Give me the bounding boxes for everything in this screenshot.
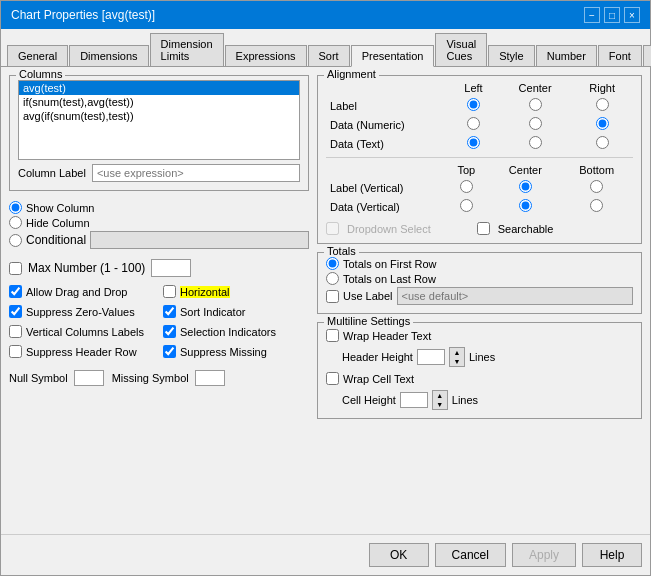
label-row-label: Label bbox=[326, 96, 448, 115]
tab-visual-cues[interactable]: Visual Cues bbox=[435, 33, 487, 66]
max-number-input[interactable]: 10 bbox=[151, 259, 191, 277]
label-left-radio[interactable] bbox=[467, 98, 480, 111]
data-v-center-radio[interactable] bbox=[519, 199, 532, 212]
text-right-radio[interactable] bbox=[596, 136, 609, 149]
text-center-radio[interactable] bbox=[529, 136, 542, 149]
dropdown-select-checkbox[interactable] bbox=[326, 222, 339, 235]
tab-style[interactable]: Style bbox=[488, 45, 534, 66]
header-height-down[interactable]: ▼ bbox=[450, 357, 464, 366]
vertical-columns-checkbox[interactable] bbox=[9, 325, 22, 338]
suppress-zero-checkbox[interactable] bbox=[9, 305, 22, 318]
cell-height-label: Cell Height bbox=[342, 394, 396, 406]
use-label-checkbox[interactable] bbox=[326, 290, 339, 303]
suppress-header-checkbox[interactable] bbox=[9, 345, 22, 358]
null-symbol-input[interactable]: - bbox=[74, 370, 104, 386]
column-label-row: Column Label bbox=[18, 164, 300, 182]
symbol-row: Null Symbol - Missing Symbol - bbox=[9, 366, 309, 386]
cell-height-spinner: ▲ ▼ bbox=[432, 390, 448, 410]
numeric-left-radio[interactable] bbox=[467, 117, 480, 130]
show-column-radio[interactable] bbox=[9, 201, 22, 214]
totals-group-label: Totals bbox=[324, 245, 359, 257]
totals-last-radio[interactable] bbox=[326, 272, 339, 285]
label-v-bottom-radio[interactable] bbox=[590, 180, 603, 193]
totals-first-radio[interactable] bbox=[326, 257, 339, 270]
allow-drag-drop-row: Allow Drag and Drop bbox=[9, 285, 155, 298]
multiline-group: Multiline Settings Wrap Header Text Head… bbox=[317, 322, 642, 419]
ok-button[interactable]: OK bbox=[369, 543, 429, 567]
tab-la[interactable]: La... bbox=[643, 45, 651, 66]
text-left-cell bbox=[448, 134, 499, 153]
header-height-input[interactable]: 2 bbox=[417, 349, 445, 365]
searchable-checkbox[interactable] bbox=[477, 222, 490, 235]
columns-list[interactable]: avg(test) if(snum(test),avg(test)) avg(i… bbox=[18, 80, 300, 160]
allow-drag-drop-checkbox[interactable] bbox=[9, 285, 22, 298]
conditional-radio[interactable] bbox=[9, 234, 22, 247]
cell-height-down[interactable]: ▼ bbox=[433, 400, 447, 409]
label-v-center-radio[interactable] bbox=[519, 180, 532, 193]
tab-general[interactable]: General bbox=[7, 45, 68, 66]
data-v-top-radio[interactable] bbox=[460, 199, 473, 212]
data-numeric-row-label: Data (Numeric) bbox=[326, 115, 448, 134]
cell-height-input[interactable]: 2 bbox=[400, 392, 428, 408]
selection-indicators-row: Selection Indicators bbox=[163, 325, 309, 338]
text-center-cell bbox=[499, 134, 571, 153]
tab-expressions[interactable]: Expressions bbox=[225, 45, 307, 66]
hide-column-radio[interactable] bbox=[9, 216, 22, 229]
max-number-row: Max Number (1 - 100) 10 bbox=[9, 259, 309, 277]
divider bbox=[326, 157, 633, 158]
label-right-radio[interactable] bbox=[596, 98, 609, 111]
label-left-cell bbox=[448, 96, 499, 115]
tab-font[interactable]: Font bbox=[598, 45, 642, 66]
align-left-header: Left bbox=[448, 80, 499, 96]
max-number-checkbox[interactable] bbox=[9, 262, 22, 275]
tab-presentation[interactable]: Presentation bbox=[351, 45, 435, 67]
cell-height-lines: Lines bbox=[452, 394, 478, 406]
apply-button[interactable]: Apply bbox=[512, 543, 576, 567]
label-vertical-row-label: Label (Vertical) bbox=[326, 178, 442, 197]
tab-sort[interactable]: Sort bbox=[308, 45, 350, 66]
header-height-up[interactable]: ▲ bbox=[450, 348, 464, 357]
missing-symbol-section: Missing Symbol - bbox=[112, 370, 225, 386]
use-label-input[interactable] bbox=[397, 287, 633, 305]
maximize-button[interactable]: □ bbox=[604, 7, 620, 23]
cell-height-up[interactable]: ▲ bbox=[433, 391, 447, 400]
wrap-header-checkbox[interactable] bbox=[326, 329, 339, 342]
label-v-top-radio[interactable] bbox=[460, 180, 473, 193]
numeric-center-radio[interactable] bbox=[529, 117, 542, 130]
sort-indicator-checkbox[interactable] bbox=[163, 305, 176, 318]
numeric-right-cell bbox=[571, 115, 633, 134]
alignment-vertical-table: Top Center Bottom Label (Vertical) bbox=[326, 162, 633, 216]
label-center-radio[interactable] bbox=[529, 98, 542, 111]
align-empty-header bbox=[326, 80, 448, 96]
close-button[interactable]: × bbox=[624, 7, 640, 23]
suppress-header-label: Suppress Header Row bbox=[26, 346, 137, 358]
wrap-cell-checkbox[interactable] bbox=[326, 372, 339, 385]
tab-number[interactable]: Number bbox=[536, 45, 597, 66]
list-item[interactable]: avg(if(snum(test),test)) bbox=[19, 109, 299, 123]
help-button[interactable]: Help bbox=[582, 543, 642, 567]
numeric-right-radio[interactable] bbox=[596, 117, 609, 130]
horizontal-checkbox[interactable] bbox=[163, 285, 176, 298]
cancel-button[interactable]: Cancel bbox=[435, 543, 506, 567]
text-left-radio[interactable] bbox=[467, 136, 480, 149]
list-item[interactable]: if(snum(test),avg(test)) bbox=[19, 95, 299, 109]
column-label-input[interactable] bbox=[92, 164, 300, 182]
list-item[interactable]: avg(test) bbox=[19, 81, 299, 95]
conditional-input[interactable] bbox=[90, 231, 309, 249]
missing-symbol-input[interactable]: - bbox=[195, 370, 225, 386]
data-text-row-label: Data (Text) bbox=[326, 134, 448, 153]
wrap-cell-row: Wrap Cell Text bbox=[326, 372, 633, 385]
suppress-missing-checkbox[interactable] bbox=[163, 345, 176, 358]
tab-dimensions[interactable]: Dimensions bbox=[69, 45, 148, 66]
title-bar: Chart Properties [avg(test)] − □ × bbox=[1, 1, 650, 29]
table-row: Data (Numeric) bbox=[326, 115, 633, 134]
right-panel: Alignment Left Center Right Label bbox=[317, 75, 642, 526]
tab-dimension-limits[interactable]: Dimension Limits bbox=[150, 33, 224, 66]
totals-first-label: Totals on First Row bbox=[343, 258, 437, 270]
selection-indicators-label: Selection Indicators bbox=[180, 326, 276, 338]
label-v-center-cell bbox=[490, 178, 560, 197]
minimize-button[interactable]: − bbox=[584, 7, 600, 23]
data-v-bottom-radio[interactable] bbox=[590, 199, 603, 212]
dropdown-searchable-row: Dropdown Select Searchable bbox=[326, 222, 633, 235]
selection-indicators-checkbox[interactable] bbox=[163, 325, 176, 338]
